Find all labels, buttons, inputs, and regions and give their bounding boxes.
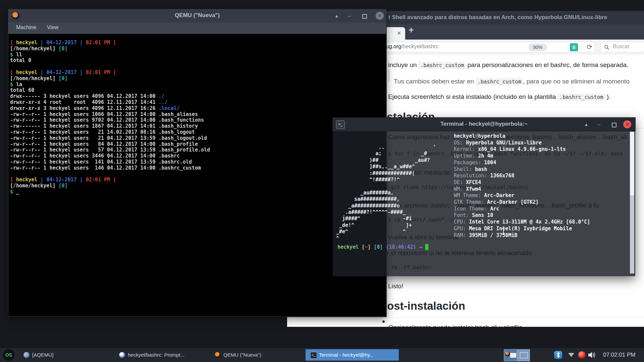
inline-code: .bashrc_custom [476, 78, 523, 85]
minimize-icon[interactable]: – [348, 13, 351, 19]
status-red-icon[interactable] [578, 351, 586, 359]
url-text: abug.org/heckyel/bashrc [380, 44, 438, 50]
clock: 07:02:01 PM [603, 348, 635, 362]
menu-machine[interactable]: Machine [16, 24, 36, 31]
mini-window [510, 353, 516, 358]
search-field[interactable] [600, 42, 644, 52]
taskbar-item-aqemu[interactable]: [AQEMU] [19, 349, 112, 361]
taskbar-item-bashrc-browser[interactable]: heckyel/bashrc: Prompt... [114, 349, 208, 361]
vm-display[interactable]: [ heckyel | 04-12-2017 | 02:01 PM ][/hom… [8, 34, 386, 316]
volume-icon[interactable] [588, 351, 597, 361]
page-paragraph: Listo! [388, 283, 403, 290]
terminal-window-title: Terminal - heckyel@hyperbola:~ [333, 121, 635, 127]
shell-prompt: heckyel [~] [0] (18:46:42) → █ [337, 244, 428, 250]
globe-icon [119, 352, 125, 358]
blockquote-bar [388, 69, 389, 82]
menu-view[interactable]: View [47, 24, 58, 31]
screenfetch-info: heckyel@hyperbolaOS: Hyperbola GNU/Linux… [454, 133, 590, 239]
text-cursor-pointer [503, 228, 504, 234]
vm-terminal-output: [ heckyel | 04-12-2017 | 02:01 PM ][/hom… [10, 40, 210, 195]
new-tab-button[interactable]: + [409, 25, 414, 36]
qemu-icon [215, 352, 221, 358]
qemu-titlebar[interactable]: QEMU ("Nueva") ▴ – ✕ [8, 9, 386, 22]
taskbar-item-qemu[interactable]: QEMU ("Nueva") [210, 349, 303, 361]
urlbar-divider [582, 44, 582, 51]
url-bar[interactable]: abug.org/heckyel/bashrc 90% S ⟳ [351, 42, 595, 52]
maximize-icon[interactable] [362, 14, 367, 19]
mini-window [520, 352, 528, 358]
list-bullet [382, 320, 385, 323]
search-input[interactable] [612, 43, 644, 50]
url-path: /heckyel/bashrc [401, 44, 438, 49]
desktop: t Shell avanzado para distros basadas en… [0, 0, 644, 362]
workspace-2[interactable] [517, 350, 530, 361]
reload-icon[interactable]: ⟳ [587, 43, 592, 51]
tab-close-icon[interactable]: ✕ [397, 30, 401, 36]
section-heading-post-instalacion: Post-instalación [380, 300, 644, 317]
close-icon[interactable]: ✕ [376, 12, 384, 20]
terminal-content[interactable]: .. ' a; _# )## _au#? ]##s,.__a_w##e^ :##… [333, 131, 635, 276]
close-icon[interactable]: ✕ [623, 120, 631, 128]
bluetooth-icon[interactable] [554, 351, 562, 359]
browser-window-title: t Shell avanzado para distros basadas en… [388, 14, 607, 21]
minimize-icon[interactable]: – [598, 121, 600, 127]
taskbar-item-terminal[interactable]: >_ Terminal - heckyel@hy... [306, 349, 399, 361]
qemu-window-title: QEMU ("Nueva") [8, 12, 386, 19]
app-menu-button[interactable]: OS [3, 349, 15, 361]
terminal-scrollbar[interactable] [630, 132, 634, 274]
shade-icon[interactable]: ▴ [335, 13, 338, 19]
search-icon [604, 45, 609, 50]
page-blockquote: Tus cambios deben estar en .bashrc_custo… [394, 78, 630, 85]
inline-code: .bashrc_custom [558, 94, 605, 101]
inline-code: .bashrc_custom [419, 62, 466, 69]
shade-icon[interactable]: ▴ [585, 121, 588, 127]
workspace-1[interactable] [504, 350, 517, 361]
page-paragraph: incluye un .bashrc_custom para personali… [388, 61, 628, 69]
qemu-menubar: Machine View [8, 22, 386, 34]
taskbar: OS [AQEMU] heckyel/bashrc: Prompt... QEM… [0, 348, 644, 362]
scrollbar-thumb[interactable] [630, 132, 634, 195]
screenfetch-ascii-art: .. ' a; _# )## _au#? ]##s,.__a_w##e^ :##… [336, 144, 436, 242]
zoom-level-badge[interactable]: 90% [528, 44, 547, 51]
terminal-titlebar[interactable]: >_ Terminal - heckyel@hyperbola:~ ▴ – ✕ [333, 118, 635, 131]
page-paragraph: Ejecuta screenfetch si está instalado (i… [388, 93, 610, 101]
workspace-pager[interactable] [504, 349, 530, 361]
qemu-window: QEMU ("Nueva") ▴ – ✕ Machine View [ heck… [8, 9, 386, 317]
terminal-window: >_ Terminal - heckyel@hyperbola:~ ▴ – ✕ … [333, 118, 635, 276]
list-item: Opcionalmente puede instalar trash-cli y… [388, 324, 522, 327]
extension-s-badge[interactable]: S [570, 43, 578, 51]
terminal-icon: >_ [310, 352, 317, 359]
mini-qemu-icon [505, 352, 510, 356]
maximize-icon[interactable] [612, 123, 616, 127]
aqemu-icon [23, 352, 30, 358]
network-icon[interactable] [568, 353, 574, 357]
